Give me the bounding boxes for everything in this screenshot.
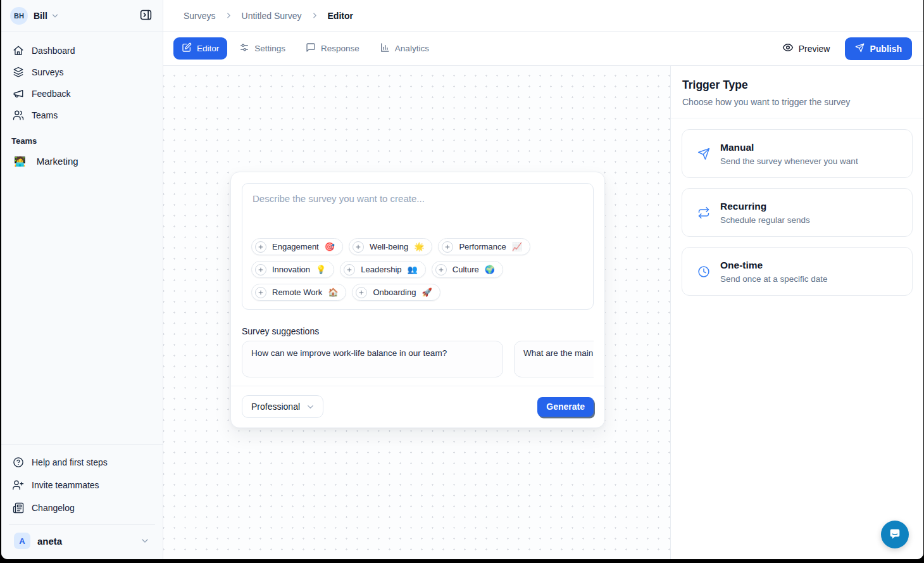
main-area: Surveys Untitled Survey Editor Editor [163, 0, 923, 559]
chip-label: Performance [459, 242, 506, 251]
sidebar-item-label: Changelog [32, 503, 75, 513]
sidebar-item-changelog[interactable]: Changelog [9, 497, 155, 519]
survey-suggestions-label: Survey suggestions [242, 326, 594, 336]
chevron-right-icon [311, 11, 319, 20]
trigger-option-title: Recurring [720, 201, 810, 212]
editor-canvas[interactable]: Engagement 🎯 Well-being 🌟 Performance [163, 66, 670, 559]
tab-label: Analytics [395, 44, 429, 53]
sidebar-collapse-button[interactable] [137, 6, 155, 26]
team-emoji: 🧑‍💻 [14, 156, 26, 166]
chip-label: Culture [453, 265, 479, 274]
plus-icon [255, 241, 266, 253]
chevron-down-icon [140, 536, 150, 546]
panel-collapse-icon [139, 8, 153, 23]
send-icon [855, 43, 865, 54]
editor-toolbar: Editor Settings Response Analytics [163, 32, 923, 65]
workspace-avatar: BH [10, 7, 28, 25]
send-icon [697, 148, 710, 160]
sidebar-item-help[interactable]: Help and first steps [9, 451, 155, 474]
chevron-down-icon [306, 402, 315, 412]
sidebar-item-label: Help and first steps [32, 457, 108, 467]
survey-prompt-box: Engagement 🎯 Well-being 🌟 Performance [242, 183, 594, 310]
trigger-option-description: Send once at a specific date [720, 274, 828, 284]
sliders-icon [239, 42, 249, 54]
topic-chip-onboarding[interactable]: Onboarding 🚀 [352, 284, 440, 301]
sidebar-item-invite[interactable]: Invite teammates [9, 474, 155, 497]
sidebar-item-label: Invite teammates [32, 480, 99, 490]
trigger-option-title: One-time [720, 260, 828, 271]
sidebar-item-teams[interactable]: Teams [9, 104, 155, 126]
survey-suggestions-row: How can we improve work-life balance in … [242, 341, 594, 377]
teams-section-label: Teams [1, 126, 163, 149]
sidebar-nav: Dashboard Surveys Feedback Teams [1, 32, 163, 126]
ai-survey-composer-card: Engagement 🎯 Well-being 🌟 Performance [230, 172, 605, 428]
plus-icon [353, 241, 364, 253]
trigger-option-description: Schedule regular sends [720, 215, 810, 225]
breadcrumb-surveys[interactable]: Surveys [184, 11, 216, 21]
team-name: Marketing [37, 156, 78, 167]
suggestion-card[interactable]: How can we improve work-life balance in … [242, 341, 503, 377]
breadcrumb-untitled-survey[interactable]: Untitled Survey [242, 11, 302, 21]
topic-chip-performance[interactable]: Performance 📈 [438, 238, 530, 255]
clock-icon [697, 265, 710, 278]
trigger-option-recurring[interactable]: Recurring Schedule regular sends [682, 188, 913, 237]
chip-label: Leadership [361, 265, 401, 274]
chat-bubble-icon [888, 527, 902, 543]
suggestion-card[interactable]: What are the main ob [514, 341, 594, 377]
plus-icon [435, 264, 447, 275]
trigger-panel-header: Trigger Type Choose how you want to trig… [671, 66, 923, 118]
account-menu[interactable]: A aneta [9, 524, 155, 553]
workspace-switcher[interactable]: BH Bill [1, 0, 163, 32]
plus-icon [442, 241, 453, 253]
chip-emoji: 👥 [408, 265, 418, 274]
chip-emoji: 🎯 [325, 242, 335, 251]
sidebar-item-feedback[interactable]: Feedback [9, 83, 155, 104]
tab-analytics[interactable]: Analytics [371, 37, 437, 60]
sidebar-item-label: Surveys [32, 67, 64, 77]
sidebar-item-label: Feedback [32, 89, 70, 99]
sidebar-item-surveys[interactable]: Surveys [9, 61, 155, 83]
tab-label: Editor [197, 44, 219, 53]
sidebar-item-dashboard[interactable]: Dashboard [9, 40, 155, 61]
workspace-name: Bill [34, 11, 47, 21]
repeat-icon [697, 206, 710, 219]
trigger-option-one-time[interactable]: One-time Send once at a specific date [682, 247, 913, 296]
eye-icon [782, 42, 794, 55]
topic-chip-culture[interactable]: Culture 🌍 [432, 261, 503, 278]
topic-chips: Engagement 🎯 Well-being 🌟 Performance [242, 238, 593, 309]
chip-label: Onboarding [373, 288, 416, 297]
preview-button[interactable]: Preview [776, 37, 837, 60]
trigger-type-panel: Trigger Type Choose how you want to trig… [670, 66, 923, 559]
topic-chip-remote-work[interactable]: Remote Work 🏠 [251, 284, 346, 301]
trigger-options: Manual Send the survey whenever you want… [671, 118, 923, 307]
tab-response[interactable]: Response [297, 37, 368, 60]
bar-chart-icon [380, 42, 390, 54]
layers-icon [13, 66, 24, 78]
topic-chip-engagement[interactable]: Engagement 🎯 [251, 238, 343, 255]
plus-icon [255, 287, 266, 298]
sidebar-footer-nav: Help and first steps Invite teammates Ch… [1, 444, 163, 519]
trigger-option-manual[interactable]: Manual Send the survey whenever you want [682, 129, 913, 178]
tab-label: Settings [254, 44, 285, 53]
tab-editor[interactable]: Editor [173, 37, 227, 60]
chip-emoji: 💡 [316, 265, 326, 274]
sidebar-item-team-marketing[interactable]: 🧑‍💻 Marketing [9, 149, 155, 172]
topic-chip-well-being[interactable]: Well-being 🌟 [349, 238, 432, 255]
topic-chip-leadership[interactable]: Leadership 👥 [340, 261, 426, 278]
tone-value: Professional [251, 402, 300, 412]
chip-emoji: 🌟 [414, 242, 424, 251]
tone-select[interactable]: Professional [242, 395, 323, 418]
publish-label: Publish [870, 44, 902, 54]
preview-label: Preview [799, 44, 830, 54]
topic-chip-innovation[interactable]: Innovation 💡 [251, 261, 334, 278]
trigger-option-description: Send the survey whenever you want [720, 156, 858, 166]
survey-prompt-input[interactable] [242, 184, 593, 238]
chip-label: Innovation [272, 265, 310, 274]
chip-emoji: 🚀 [421, 288, 432, 297]
generate-button[interactable]: Generate [537, 397, 594, 417]
chat-launcher-button[interactable] [881, 521, 909, 548]
tab-label: Response [321, 44, 359, 53]
publish-button[interactable]: Publish [845, 37, 912, 60]
tab-settings[interactable]: Settings [231, 37, 294, 60]
chevron-right-icon [225, 11, 233, 20]
